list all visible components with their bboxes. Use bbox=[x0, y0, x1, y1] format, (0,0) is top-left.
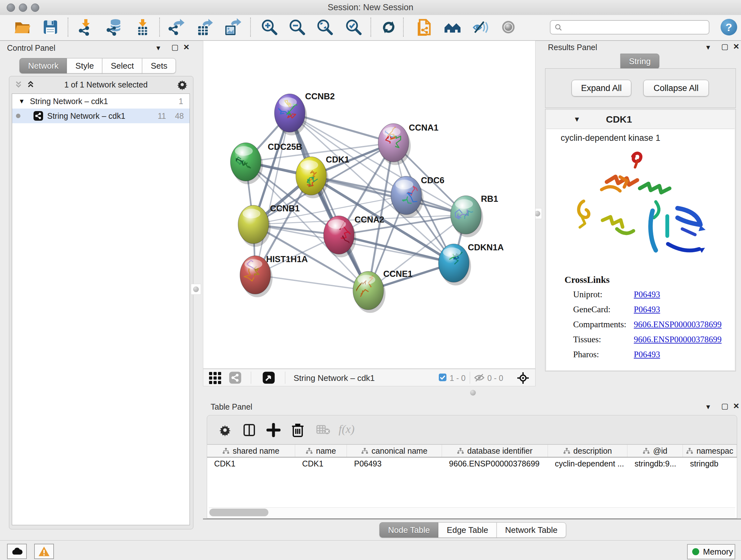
table-row[interactable]: CDK1CDK1P064939606.ENSP00000378699cyclin… bbox=[207, 457, 737, 470]
column-header-0[interactable]: shared name bbox=[207, 445, 295, 457]
tab-node-table[interactable]: Node Table bbox=[380, 522, 439, 538]
crosslink-link[interactable]: P06493 bbox=[634, 350, 660, 365]
network-canvas[interactable]: CCNB2CCNA1CDC25BCDK1CDC6RB1CCNB1CCNA2CDK… bbox=[203, 41, 536, 369]
refresh-icon[interactable] bbox=[380, 18, 398, 37]
expand-all-button[interactable]: Expand All bbox=[571, 80, 631, 97]
cell-2[interactable]: P06493 bbox=[347, 457, 442, 470]
zoom-fit-icon[interactable] bbox=[315, 18, 334, 37]
column-header-3[interactable]: database identifier bbox=[442, 445, 548, 457]
fit-content-icon[interactable] bbox=[517, 372, 529, 384]
save-session-icon[interactable] bbox=[41, 18, 60, 37]
zoom-out-icon[interactable] bbox=[287, 18, 306, 37]
warning-status-button[interactable] bbox=[34, 544, 54, 559]
table-panel-collapse-icon[interactable]: ▾ bbox=[706, 403, 710, 411]
node-CDC6[interactable] bbox=[391, 176, 423, 218]
crosslink-label: Uniprot: bbox=[573, 290, 634, 305]
hidden-count: 0 - 0 bbox=[487, 374, 503, 383]
delete-column-icon[interactable] bbox=[291, 422, 305, 438]
column-header-2[interactable]: canonical name bbox=[347, 445, 442, 457]
collapse-all-button[interactable]: Collapse All bbox=[643, 80, 709, 97]
horizontal-splitter-handle[interactable] bbox=[470, 390, 476, 395]
search-input[interactable] bbox=[565, 23, 709, 32]
node-CCNB2[interactable] bbox=[274, 94, 307, 135]
gene-disclosure-icon[interactable]: ▼ bbox=[574, 115, 581, 124]
crosslink-link[interactable]: 9606.ENSP00000378699 bbox=[634, 334, 722, 350]
gear-icon[interactable] bbox=[177, 79, 188, 90]
tab-string[interactable]: String bbox=[620, 54, 659, 69]
import-network-icon[interactable] bbox=[76, 18, 95, 37]
add-column-icon[interactable] bbox=[266, 423, 280, 437]
help-icon[interactable]: ? bbox=[721, 19, 737, 36]
network-share-icon bbox=[33, 111, 44, 121]
tab-sets[interactable]: Sets bbox=[142, 58, 176, 73]
hidden-eye-icon[interactable] bbox=[474, 373, 485, 382]
export-network-icon[interactable] bbox=[167, 18, 186, 37]
selected-checkbox-icon[interactable] bbox=[439, 374, 447, 381]
label-visibility-icon[interactable] bbox=[471, 18, 489, 37]
cell-1[interactable]: CDK1 bbox=[295, 457, 347, 470]
import-database-icon[interactable] bbox=[105, 18, 123, 37]
open-session-icon[interactable] bbox=[13, 18, 31, 37]
crosslink-link[interactable]: 9606.ENSP00000378699 bbox=[634, 320, 722, 334]
node-CCNE1[interactable] bbox=[353, 271, 386, 313]
birdseye-view-icon[interactable] bbox=[262, 371, 275, 384]
node-CCNB1[interactable] bbox=[238, 205, 271, 247]
import-table-icon[interactable] bbox=[133, 18, 151, 37]
cloud-status-button[interactable] bbox=[7, 544, 27, 559]
results-panel-collapse-icon[interactable]: ▾ bbox=[706, 44, 710, 51]
column-header-4[interactable]: description bbox=[548, 445, 628, 457]
column-header-1[interactable]: name bbox=[295, 445, 347, 457]
home-networks-icon[interactable] bbox=[443, 18, 462, 37]
tab-network-table[interactable]: Network Table bbox=[496, 522, 566, 538]
control-panel-collapse-icon[interactable]: ▾ bbox=[156, 44, 160, 52]
node-RB1[interactable] bbox=[451, 196, 483, 237]
control-panel-float-icon[interactable]: ▢ bbox=[172, 44, 179, 51]
column-header-6[interactable]: namespac bbox=[683, 445, 737, 457]
window-minimize-button[interactable] bbox=[19, 3, 27, 12]
share-view-icon[interactable] bbox=[229, 371, 242, 384]
crosslinks-heading: CrossLinks bbox=[564, 274, 610, 285]
cell-4[interactable]: cyclin-dependent ... bbox=[548, 457, 628, 470]
scrollbar-thumb[interactable] bbox=[209, 509, 268, 516]
search-field[interactable] bbox=[550, 20, 710, 35]
tab-select[interactable]: Select bbox=[102, 58, 142, 73]
node-CDK1[interactable] bbox=[296, 157, 328, 198]
memory-button[interactable]: Memory bbox=[687, 544, 735, 559]
results-panel-close-icon[interactable]: ✕ bbox=[733, 43, 739, 51]
tab-network[interactable]: Network bbox=[19, 58, 67, 73]
export-image-icon[interactable] bbox=[223, 18, 241, 37]
column-header-5[interactable]: @id bbox=[627, 445, 683, 457]
sphere-icon[interactable] bbox=[499, 18, 518, 37]
table-gear-icon[interactable] bbox=[219, 424, 231, 436]
export-table-icon[interactable] bbox=[195, 18, 213, 37]
zoom-selected-icon[interactable] bbox=[344, 18, 362, 37]
tab-style[interactable]: Style bbox=[67, 58, 103, 73]
network-row[interactable]: String Network – cdk1 11 48 bbox=[12, 109, 190, 123]
control-panel-close-icon[interactable]: ✕ bbox=[183, 44, 190, 51]
node-CDKN1A[interactable] bbox=[439, 244, 471, 286]
window-close-button[interactable] bbox=[7, 3, 15, 12]
crosslink-link[interactable]: P06493 bbox=[634, 290, 660, 305]
cell-5[interactable]: stringdb:9... bbox=[627, 457, 683, 470]
string-document-icon[interactable] bbox=[414, 18, 433, 37]
network-collection-row[interactable]: ▼ String Network – cdk1 1 bbox=[12, 94, 190, 109]
window-zoom-button[interactable] bbox=[31, 3, 39, 12]
tab-edge-table[interactable]: Edge Table bbox=[438, 522, 497, 538]
left-splitter-handle[interactable] bbox=[191, 284, 201, 295]
expand-all-chevron-icon[interactable] bbox=[26, 80, 36, 89]
grid-view-icon[interactable] bbox=[208, 371, 222, 385]
zoom-in-icon[interactable] bbox=[260, 18, 278, 37]
gene-section-header[interactable]: ▼ CDK1 bbox=[546, 110, 735, 129]
column-settings-icon[interactable] bbox=[242, 423, 256, 437]
crosslink-link[interactable]: P06493 bbox=[634, 305, 660, 320]
edge-CCNB2-HIST1H1A[interactable] bbox=[255, 113, 290, 275]
cell-6[interactable]: stringdb bbox=[683, 457, 737, 470]
collapse-all-chevron-icon[interactable] bbox=[14, 80, 23, 89]
cell-3[interactable]: 9606.ENSP00000378699 bbox=[442, 457, 548, 470]
results-panel-float-icon[interactable]: ▢ bbox=[721, 43, 729, 51]
disclosure-triangle-icon[interactable]: ▼ bbox=[18, 98, 25, 105]
table-panel-float-icon[interactable]: ▢ bbox=[721, 402, 729, 410]
table-panel-close-icon[interactable]: ✕ bbox=[733, 402, 739, 410]
cell-0[interactable]: CDK1 bbox=[207, 457, 295, 470]
network-view-title: String Network – cdk1 bbox=[293, 373, 375, 383]
